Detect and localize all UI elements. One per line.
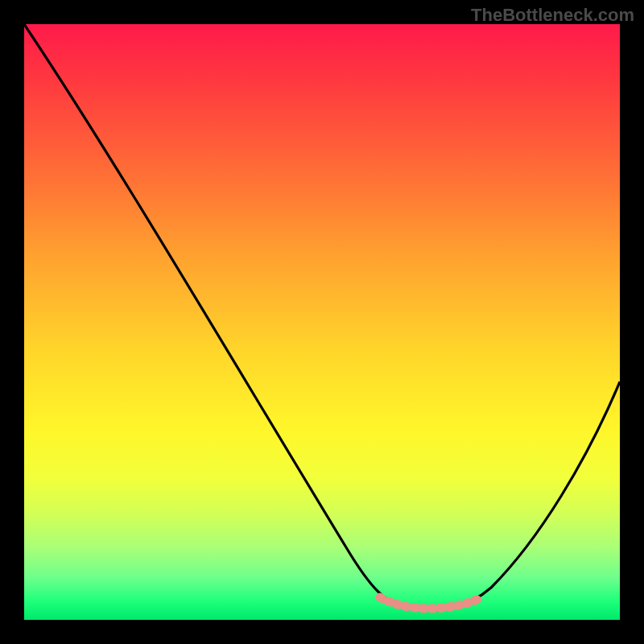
watermark-text: TheBottleneck.com xyxy=(471,5,634,26)
optimal-band-marker xyxy=(380,597,479,609)
plot-area xyxy=(24,24,620,620)
chart-svg xyxy=(24,24,620,620)
bottleneck-curve xyxy=(24,24,620,610)
